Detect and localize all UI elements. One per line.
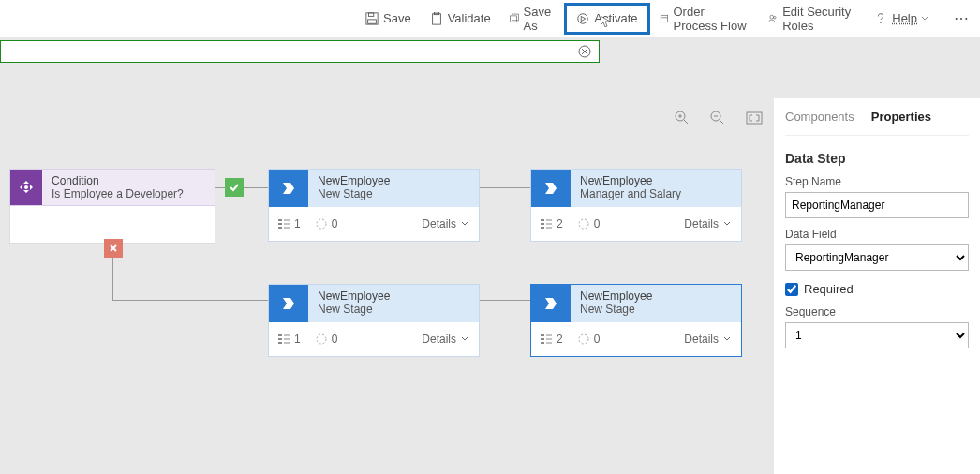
- duration-value: 0: [332, 217, 338, 230]
- connector: [480, 187, 530, 188]
- svg-rect-30: [541, 219, 544, 221]
- required-label: Required: [804, 282, 854, 296]
- stage-node[interactable]: NewEmployee Manager and Salary 2 0 Detai…: [530, 169, 742, 242]
- condition-subtitle: Is Employee a Developer?: [52, 187, 205, 200]
- help-label: Help: [892, 11, 917, 25]
- details-button[interactable]: Details: [684, 217, 732, 230]
- save-label: Save: [383, 11, 411, 25]
- sequence-select[interactable]: 1: [785, 322, 969, 348]
- stage-title: NewEmployee: [580, 174, 681, 187]
- svg-rect-23: [278, 219, 282, 221]
- notification-banner: [0, 40, 600, 63]
- condition-node[interactable]: Condition Is Employee a Developer?: [9, 169, 215, 244]
- roles-icon: [768, 12, 778, 25]
- validate-button[interactable]: Validate: [421, 0, 500, 37]
- steps-count: 2: [557, 217, 563, 230]
- saveas-icon: [510, 12, 519, 25]
- steps-icon: [541, 218, 552, 230]
- properties-panel: Components Properties Data Step Step Nam…: [774, 98, 980, 474]
- order-button[interactable]: Order Process Flow: [650, 0, 760, 37]
- svg-rect-31: [541, 223, 544, 225]
- chevron-down-icon: [460, 334, 469, 344]
- svg-point-22: [24, 185, 28, 189]
- chevron-down-icon: [722, 334, 732, 344]
- details-button[interactable]: Details: [422, 217, 469, 230]
- stage-icon: [531, 285, 571, 322]
- stage-title: NewEmployee: [318, 174, 390, 187]
- help-icon: [874, 12, 887, 25]
- duration-value: 0: [594, 217, 601, 230]
- stage-icon: [531, 170, 571, 207]
- duration-icon: [578, 218, 589, 230]
- svg-point-36: [579, 219, 588, 229]
- steps-count: 1: [294, 333, 301, 346]
- svg-rect-38: [278, 338, 282, 340]
- toolbar: Save Validate Save As Activate Order Pro…: [0, 0, 980, 37]
- svg-rect-46: [541, 342, 544, 344]
- svg-point-10: [770, 15, 774, 19]
- tab-properties[interactable]: Properties: [871, 110, 931, 124]
- condition-true-badge: [225, 178, 244, 197]
- svg-rect-24: [278, 223, 282, 225]
- activate-icon: [576, 12, 589, 25]
- stage-title: NewEmployee: [580, 289, 652, 303]
- steps-icon: [278, 333, 290, 345]
- datafield-select[interactable]: ReportingManager: [785, 244, 969, 271]
- details-button[interactable]: Details: [684, 333, 732, 346]
- steps-icon: [541, 333, 552, 345]
- details-button[interactable]: Details: [422, 333, 469, 346]
- svg-rect-45: [541, 338, 544, 340]
- chevron-down-icon: [921, 15, 928, 22]
- stage-subtitle: New Stage: [580, 303, 652, 316]
- required-checkbox[interactable]: [785, 283, 798, 296]
- svg-rect-1: [369, 12, 374, 16]
- svg-point-12: [881, 22, 882, 22]
- stage-subtitle: New Stage: [318, 187, 390, 200]
- sequence-label: Sequence: [785, 305, 969, 318]
- section-title: Data Step: [785, 151, 969, 166]
- stage-node[interactable]: NewEmployee New Stage 1 0 Details: [268, 169, 480, 242]
- steps-count: 1: [294, 217, 301, 230]
- svg-point-29: [317, 219, 326, 229]
- stage-subtitle: New Stage: [318, 303, 390, 316]
- datafield-label: Data Field: [785, 228, 969, 241]
- chevron-down-icon: [722, 219, 732, 229]
- svg-rect-32: [541, 227, 544, 229]
- stage-icon: [269, 285, 308, 322]
- chevron-down-icon: [460, 219, 469, 229]
- duration-value: 0: [594, 333, 601, 346]
- svg-rect-6: [512, 14, 518, 21]
- connector: [112, 300, 268, 301]
- order-label: Order Process Flow: [674, 5, 750, 33]
- tab-components[interactable]: Components: [785, 110, 854, 124]
- cursor-icon: [601, 16, 610, 27]
- stage-node[interactable]: NewEmployee New Stage 1 0 Details: [268, 284, 480, 357]
- svg-point-11: [774, 16, 776, 18]
- more-button[interactable]: ⋯: [943, 9, 980, 27]
- flow-canvas[interactable]: Condition Is Employee a Developer? NewEm…: [0, 94, 768, 474]
- close-icon[interactable]: [578, 45, 591, 58]
- svg-rect-25: [278, 227, 282, 229]
- save-icon: [365, 12, 379, 25]
- svg-rect-44: [541, 334, 544, 336]
- stage-title: NewEmployee: [318, 289, 390, 303]
- saveas-button[interactable]: Save As: [500, 0, 565, 37]
- svg-rect-5: [510, 15, 516, 22]
- steps-icon: [278, 218, 290, 230]
- condition-false-badge: [104, 239, 123, 258]
- validate-label: Validate: [448, 11, 491, 25]
- svg-rect-3: [432, 13, 440, 23]
- help-button[interactable]: Help: [865, 0, 943, 37]
- svg-rect-39: [278, 342, 282, 344]
- svg-rect-37: [278, 334, 282, 336]
- condition-icon: [10, 170, 42, 205]
- saveas-label: Save As: [524, 5, 556, 33]
- stepname-label: Step Name: [785, 175, 969, 188]
- save-button[interactable]: Save: [356, 0, 421, 37]
- stage-node-selected[interactable]: NewEmployee New Stage 2 0 Details: [530, 284, 742, 357]
- stage-icon: [269, 170, 308, 207]
- connector: [480, 300, 530, 301]
- roles-button[interactable]: Edit Security Roles: [759, 0, 865, 37]
- activate-button[interactable]: Activate: [564, 3, 649, 35]
- stepname-input[interactable]: [785, 192, 969, 218]
